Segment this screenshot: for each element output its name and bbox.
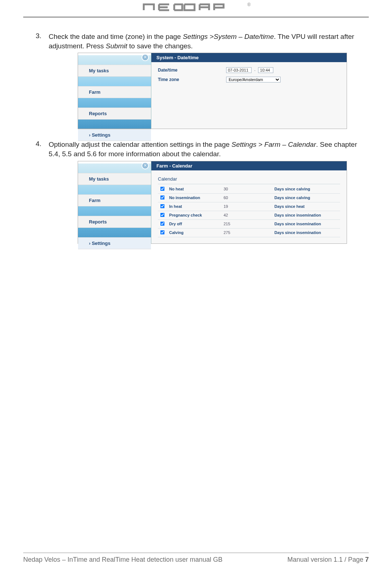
screenshot-farm-calendar: × My tasks Farm Reports Settings Farm - … [78, 161, 347, 244]
calendar-row-label: Calving [167, 228, 221, 237]
step-text-italic: Settings >System – Date/time [183, 33, 274, 40]
sidebar-item-settings[interactable]: Settings [78, 129, 151, 141]
brand-logo [142, 2, 247, 12]
step-text: Optionally adjust the calendar attention… [49, 140, 363, 158]
panel-title: System - Date/time [151, 53, 347, 62]
step-text-italic: Settings > Farm – Calendar [232, 141, 316, 148]
label-datetime: Date/time [158, 68, 226, 73]
step-text-frag: Optionally adjust the calendar attention… [49, 141, 232, 148]
footer-divider [23, 553, 369, 553]
footer-right-text: Manual version 1.1 / Page [287, 556, 365, 563]
calendar-row-value: 30 [221, 185, 272, 194]
calendar-row-checkbox[interactable] [160, 230, 165, 234]
calendar-row-value: 19 [221, 202, 272, 211]
section-heading: Calendar [158, 175, 340, 184]
timezone-select[interactable]: Europe/Amsterdam [226, 77, 281, 82]
nedap-logo-icon [142, 2, 247, 12]
footer-right: Manual version 1.1 / Page 7 [287, 556, 369, 564]
calendar-row-desc: Days since insemination [272, 228, 340, 237]
calendar-row-desc: Days since insemination [272, 211, 340, 219]
app-sidebar: × My tasks Farm Reports Settings [78, 53, 151, 129]
sidebar-item-reports[interactable]: Reports [78, 108, 151, 120]
calendar-row-desc: Days since heat [272, 202, 340, 211]
registered-mark: ® [248, 2, 251, 7]
calendar-row-desc: Days since insemination [272, 219, 340, 228]
calendar-row-value: 215 [221, 219, 272, 228]
calendar-row-desc: Days since calving [272, 193, 340, 202]
sidebar-item-farm[interactable]: Farm [78, 194, 151, 206]
calendar-row-label: No insemination [167, 193, 221, 202]
calendar-row-value: 42 [221, 211, 272, 219]
calendar-row-label: Dry off [167, 219, 221, 228]
datetime-separator: - [254, 68, 256, 72]
sidebar-item-settings[interactable]: Settings [78, 237, 151, 249]
form-row-timezone: Time zone Europe/Amsterdam [158, 77, 340, 82]
calendar-row-value: 60 [221, 193, 272, 202]
calendar-row-checkbox[interactable] [160, 204, 165, 208]
table-row: Pregnancy check42Days since insemination [158, 211, 340, 219]
table-row: Dry off215Days since insemination [158, 219, 340, 228]
calendar-row-label: In heat [167, 202, 221, 211]
calendar-row-checkbox[interactable] [160, 186, 165, 191]
calendar-row-checkbox[interactable] [160, 221, 165, 226]
calendar-row-value: 275 [221, 228, 272, 237]
sidebar-item-mytasks[interactable]: My tasks [78, 173, 151, 185]
step-3: 3. Check the date and time (zone) in the… [29, 32, 363, 51]
time-input[interactable] [258, 67, 273, 73]
panel-title: Farm - Calendar [151, 161, 347, 170]
date-input[interactable] [226, 67, 252, 73]
calendar-table: No heat30Days since calvingNo inseminati… [158, 185, 340, 237]
sidebar-item-reports[interactable]: Reports [78, 216, 151, 228]
step-text-frag: to save the changes. [127, 42, 193, 50]
step-text-italic: Submit [106, 42, 127, 50]
step-number: 3. [29, 32, 49, 51]
page-header: ® [0, 0, 392, 14]
step-text-frag: Check the date and time (zone) in the pa… [49, 33, 183, 40]
sidebar-item-farm[interactable]: Farm [78, 86, 151, 98]
step-text: Check the date and time (zone) in the pa… [49, 32, 363, 51]
close-icon[interactable]: × [142, 162, 149, 169]
app-sidebar: × My tasks Farm Reports Settings [78, 161, 151, 243]
table-row: No heat30Days since calving [158, 185, 340, 194]
table-row: No insemination60Days since calving [158, 193, 340, 202]
calendar-row-label: Pregnancy check [167, 211, 221, 219]
table-row: In heat19Days since heat [158, 202, 340, 211]
calendar-row-desc: Days since calving [272, 185, 340, 194]
calendar-row-checkbox[interactable] [160, 195, 165, 199]
calendar-row-checkbox[interactable] [160, 213, 165, 217]
calendar-row-label: No heat [167, 185, 221, 194]
label-timezone: Time zone [158, 77, 226, 82]
app-main: Farm - Calendar Calendar No heat30Days s… [151, 161, 347, 243]
datetime-controls: - [226, 67, 273, 73]
screenshot-system-datetime: × My tasks Farm Reports Settings System … [78, 53, 347, 129]
app-main: System - Date/time Date/time - Time zone [151, 53, 347, 129]
sidebar-item-mytasks[interactable]: My tasks [78, 65, 151, 77]
table-row: Calving275Days since insemination [158, 228, 340, 237]
step-4: 4. Optionally adjust the calendar attent… [29, 140, 363, 158]
page-footer: Nedap Velos – InTime and RealTime Heat d… [23, 553, 369, 564]
step-number: 4. [29, 140, 49, 158]
page-number: 7 [365, 556, 369, 563]
footer-left: Nedap Velos – InTime and RealTime Heat d… [23, 556, 222, 564]
form-row-datetime: Date/time - [158, 67, 340, 73]
